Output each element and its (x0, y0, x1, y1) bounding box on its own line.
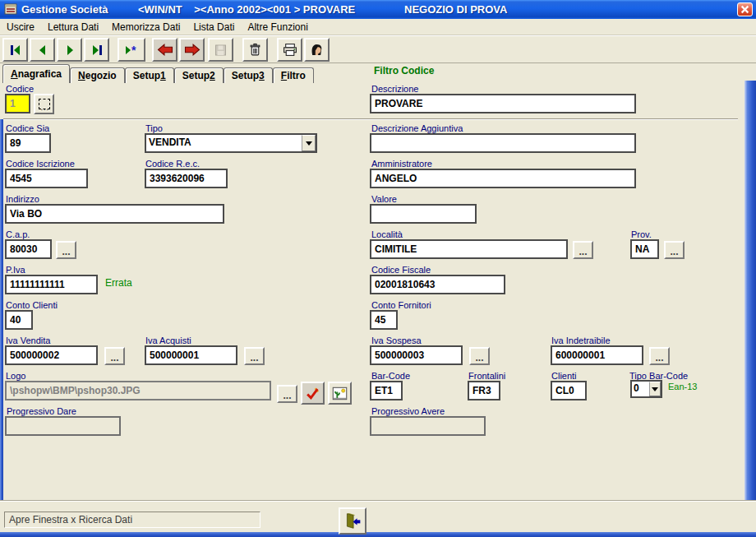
progressivo-dare-input (5, 416, 121, 436)
prov-browse-button[interactable] (664, 241, 685, 259)
save-icon (214, 44, 228, 57)
tab-setup3[interactable]: Setup3 (224, 67, 273, 83)
check-icon (305, 387, 320, 400)
iva-indetraibile-label: Iva Indetraibile (551, 336, 611, 345)
iva-indetraibile-browse-button[interactable] (649, 347, 670, 365)
codice-iscrizione-input[interactable] (5, 169, 88, 188)
tab-setup2[interactable]: Setup2 (174, 67, 224, 83)
window-border-bottom (0, 532, 756, 537)
codice-input[interactable] (5, 94, 30, 113)
user-profile-icon (310, 43, 324, 57)
prov-input[interactable] (630, 239, 659, 259)
move-next-button[interactable] (179, 38, 205, 62)
conto-fornitori-label: Conto Fornitori (371, 300, 431, 310)
logo-confirm-button[interactable] (301, 382, 325, 405)
localita-input[interactable] (370, 239, 568, 259)
status-separator (0, 500, 756, 502)
move-prev-button[interactable] (152, 38, 177, 62)
cap-label: C.a.p. (6, 229, 30, 239)
amministratore-label: Amministratore (371, 159, 432, 169)
conto-clienti-label: Conto Clienti (6, 300, 58, 310)
iva-vendita-label: Iva Vendita (6, 336, 50, 345)
first-record-button[interactable] (2, 38, 28, 62)
tipo-bar-code-dropdown-button[interactable] (649, 382, 661, 396)
tab-anagrafica[interactable]: Anagrafica (2, 64, 70, 83)
tipo-combo[interactable]: VENDITA (145, 133, 317, 153)
logo-preview-button[interactable] (328, 382, 352, 405)
indirizzo-label: Indirizzo (6, 194, 39, 204)
menu-lettura-dati[interactable]: Lettura Dati (41, 20, 105, 35)
cap-browse-button[interactable] (56, 241, 76, 259)
tipo-dropdown-button[interactable] (302, 135, 316, 151)
filter-heading: Filtro Codice (374, 65, 434, 76)
valore-input[interactable] (370, 204, 477, 224)
codice-sia-input[interactable] (5, 133, 51, 153)
prev-record-button[interactable] (30, 38, 55, 62)
menu-lista-dati[interactable]: Lista Dati (187, 20, 241, 35)
codice-browse-button[interactable] (34, 94, 54, 114)
bar-code-label: Bar-Code (371, 371, 410, 381)
codice-sia-label: Codice Sia (6, 123, 49, 133)
iva-acquisti-input[interactable] (145, 345, 237, 365)
iva-acquisti-browse-button[interactable] (244, 347, 265, 365)
delete-button[interactable] (242, 38, 268, 62)
tipo-value: VENDITA (146, 135, 302, 151)
bar-code-input[interactable] (370, 381, 403, 400)
save-button (208, 38, 233, 62)
amministratore-input[interactable] (370, 169, 636, 188)
new-record-button[interactable]: * (118, 38, 145, 62)
close-button[interactable] (737, 2, 753, 16)
piva-validation-note: Errata (105, 277, 132, 289)
descrizione-input[interactable] (370, 94, 636, 113)
codice-rec-label: Codice R.e.c. (145, 159, 200, 169)
status-message: Apre Finestra x Ricerca Dati (4, 512, 260, 528)
indirizzo-input[interactable] (5, 204, 224, 224)
prov-label: Prov. (631, 229, 652, 239)
print-button[interactable] (277, 38, 302, 62)
menu-altre-funzioni[interactable]: Altre Funzioni (241, 20, 314, 35)
title-bar: Gestione Società <WIN/NT ><Anno 2002><00… (0, 0, 756, 19)
last-record-icon (90, 44, 104, 57)
tipo-bar-code-combo[interactable]: 0 (630, 380, 662, 398)
menu-memorizza-dati[interactable]: Memorizza Dati (105, 20, 187, 35)
red-arrow-left-icon (156, 43, 174, 57)
iva-vendita-browse-button[interactable] (104, 347, 125, 365)
section-divider (3, 118, 738, 120)
piva-input[interactable] (5, 275, 98, 294)
codice-iscrizione-label: Codice Iscrizione (6, 159, 75, 169)
window-border-left (0, 119, 3, 502)
last-record-button[interactable] (84, 38, 109, 62)
menu-bar: Uscire Lettura Dati Memorizza Dati Lista… (0, 19, 756, 35)
localita-label: Località (371, 229, 403, 239)
conto-fornitori-input[interactable] (370, 310, 398, 330)
exit-button[interactable] (339, 507, 366, 535)
descrizione-label: Descrizione (371, 84, 418, 94)
clienti-input[interactable] (551, 381, 587, 400)
operator-button[interactable] (304, 38, 330, 62)
logo-browse-button[interactable] (277, 385, 297, 403)
tab-negozio[interactable]: Negozio (70, 67, 125, 83)
barcode-type-note: Ean-13 (668, 382, 697, 391)
iva-vendita-input[interactable] (5, 345, 98, 365)
next-record-button[interactable] (57, 38, 82, 62)
iva-indetraibile-input[interactable] (551, 345, 643, 365)
first-record-icon (8, 44, 23, 57)
window-session-info: <WIN/NT ><Anno 2002><001 > PROVARE (138, 3, 355, 16)
new-record-icon: * (123, 44, 140, 57)
conto-clienti-input[interactable] (5, 310, 33, 330)
iva-sospesa-input[interactable] (370, 345, 463, 365)
tab-filtro[interactable]: Filtro (273, 67, 314, 83)
cap-input[interactable] (5, 239, 52, 259)
codice-label: Codice (6, 84, 34, 94)
localita-browse-button[interactable] (573, 241, 593, 259)
codice-rec-input[interactable] (145, 169, 228, 188)
tab-setup1[interactable]: Setup1 (125, 67, 174, 83)
frontalini-input[interactable] (468, 381, 500, 400)
progressivo-avere-input (370, 416, 486, 436)
iva-sospesa-browse-button[interactable] (469, 347, 490, 365)
menu-uscire[interactable]: Uscire (0, 20, 41, 35)
descrizione-aggiuntiva-input[interactable] (370, 133, 636, 153)
codice-fiscale-input[interactable] (370, 275, 505, 294)
progressivo-dare-label: Progressivo Dare (7, 406, 76, 416)
exit-door-icon (343, 512, 362, 530)
